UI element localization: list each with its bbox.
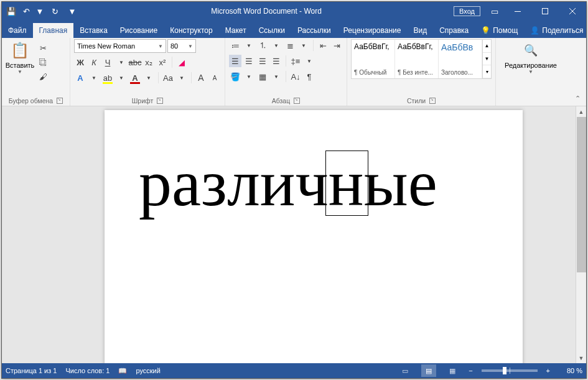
scroll-down-icon[interactable]: ▼ <box>576 353 586 363</box>
bold-button[interactable]: Ж <box>74 56 86 68</box>
tab-design[interactable]: Конструктор <box>164 23 218 38</box>
font-color-button[interactable]: A <box>129 72 141 84</box>
login-button[interactable]: Вход <box>454 6 480 16</box>
zoom-out-button[interactable]: − <box>469 367 472 374</box>
bulb-icon: 💡 <box>481 26 490 35</box>
italic-button[interactable]: К <box>88 56 100 68</box>
styles-down[interactable]: ▼ <box>483 53 491 66</box>
subscript-button[interactable]: x₂ <box>142 56 155 68</box>
show-marks-button[interactable]: ¶ <box>303 70 315 83</box>
increase-indent-button[interactable]: ⇥ <box>330 39 343 52</box>
scroll-up-icon[interactable]: ▲ <box>576 106 586 117</box>
tab-mailings[interactable]: Рассылки <box>291 23 337 38</box>
decrease-indent-button[interactable]: ⇤ <box>317 39 329 52</box>
scroll-thumb[interactable] <box>577 117 586 272</box>
align-right-button[interactable]: ☰ <box>256 55 269 67</box>
font-size-combo[interactable]: 80▼ <box>167 39 196 53</box>
copy-icon[interactable]: ⿻ <box>37 56 49 68</box>
svg-rect-1 <box>543 9 548 14</box>
font-color-dropdown[interactable]: ▼ <box>142 72 155 84</box>
style-heading1[interactable]: АаБбВв Заголово... <box>439 40 482 78</box>
group-editing: 🔍 Редактирование ▼ <box>496 38 566 106</box>
style-nospacing[interactable]: АаБбВвГг, ¶ Без инте... <box>395 40 439 78</box>
tab-file[interactable]: Файл <box>2 23 33 38</box>
bullets-button[interactable]: ≔ <box>229 39 241 52</box>
underline-dropdown[interactable]: ▼ <box>115 56 128 68</box>
tell-me[interactable]: 💡Помощ <box>475 23 524 38</box>
zoom-level[interactable]: 80 % <box>559 367 582 374</box>
text-effects-dropdown[interactable]: ▼ <box>88 72 100 84</box>
print-layout-icon[interactable]: ▤ <box>421 364 436 377</box>
shrink-font-button[interactable]: A <box>208 72 221 84</box>
grow-font-button[interactable]: A <box>195 72 207 84</box>
font-name-combo[interactable]: Times New Roman▼ <box>74 39 166 53</box>
superscript-button[interactable]: x² <box>156 56 169 68</box>
vertical-scrollbar[interactable]: ▲ ▼ <box>576 106 586 363</box>
styles-up[interactable]: ▲ <box>483 40 491 53</box>
change-case-dropdown[interactable]: ▼ <box>175 72 188 84</box>
maximize-button[interactable] <box>531 2 559 21</box>
tab-help[interactable]: Справка <box>433 23 475 38</box>
font-dialog[interactable] <box>157 98 163 104</box>
group-paragraph: ≔▼ ⒈▼ ≣▼ ⇤ ⇥ ☰ ☰ ☰ ☰ ‡≡▼ 🪣▼ ▦▼ <box>225 38 347 106</box>
language[interactable]: русский <box>136 367 160 374</box>
tab-view[interactable]: Вид <box>407 23 433 38</box>
qat-customize[interactable]: ▼ <box>65 4 79 18</box>
undo-dropdown[interactable]: ▼ <box>33 4 47 18</box>
zoom-slider[interactable] <box>482 369 538 372</box>
tab-review[interactable]: Рецензирование <box>337 23 408 38</box>
underline-button[interactable]: Ч <box>101 56 114 68</box>
collapse-ribbon-icon[interactable]: ⌃ <box>572 93 582 103</box>
multilevel-button[interactable]: ≣ <box>284 39 296 52</box>
numbering-button[interactable]: ⒈ <box>256 39 269 52</box>
spellcheck-icon[interactable]: 📖 <box>118 367 127 375</box>
document-area[interactable]: различные ▲ ▼ <box>2 106 586 363</box>
strikethrough-button[interactable]: abc <box>129 56 141 68</box>
style-normal[interactable]: АаБбВвГг, ¶ Обычный <box>352 40 395 78</box>
tab-draw[interactable]: Рисование <box>114 23 164 38</box>
highlight-dropdown[interactable]: ▼ <box>115 72 128 84</box>
tab-home[interactable]: Главная <box>33 23 74 38</box>
tab-layout[interactable]: Макет <box>219 23 253 38</box>
word-count[interactable]: Число слов: 1 <box>65 367 110 374</box>
highlight-button[interactable]: ab <box>101 72 114 84</box>
tab-references[interactable]: Ссылки <box>253 23 291 38</box>
close-button[interactable] <box>559 2 586 21</box>
styles-gallery[interactable]: АаБбВвГг, ¶ Обычный АаБбВвГг, ¶ Без инте… <box>351 39 492 79</box>
paste-button[interactable]: 📋 Вставить ▼ <box>6 39 34 76</box>
borders-button[interactable]: ▦ <box>256 70 269 83</box>
page-count[interactable]: Страница 1 из 1 <box>6 367 57 374</box>
web-layout-icon[interactable]: ▦ <box>445 364 460 377</box>
search-icon: 🔍 <box>521 40 541 60</box>
align-left-button[interactable]: ☰ <box>229 55 241 67</box>
line-spacing-button[interactable]: ‡≡ <box>289 55 302 67</box>
ribbon-options-icon[interactable]: ▭ <box>485 2 504 21</box>
align-center-button[interactable]: ☰ <box>243 55 255 67</box>
document-text[interactable]: различные <box>139 151 437 216</box>
redo-icon[interactable]: ↻ <box>48 4 62 18</box>
paragraph-dialog[interactable] <box>294 98 300 104</box>
sort-button[interactable]: A↓ <box>289 70 302 83</box>
justify-button[interactable]: ☰ <box>270 55 282 67</box>
tab-insert[interactable]: Вставка <box>73 23 114 38</box>
clipboard-dialog[interactable] <box>57 98 63 104</box>
styles-dialog[interactable] <box>429 98 436 104</box>
undo-icon[interactable]: ↶ <box>19 4 33 18</box>
shading-button[interactable]: 🪣 <box>229 70 241 83</box>
format-painter-icon[interactable]: 🖌 <box>37 70 49 83</box>
editing-button[interactable]: 🔍 Редактирование ▼ <box>500 39 562 76</box>
styles-more[interactable]: ▾ <box>483 65 491 78</box>
read-mode-icon[interactable]: ▭ <box>398 364 413 377</box>
clear-formatting-icon[interactable]: ◢ <box>175 56 188 68</box>
zoom-in-button[interactable]: + <box>546 367 550 374</box>
save-icon[interactable]: 💾 <box>4 4 18 18</box>
text-effects-button[interactable]: A <box>74 72 86 84</box>
clipboard-icon: 📋 <box>10 40 30 60</box>
page[interactable]: различные <box>105 110 523 363</box>
change-case-button[interactable]: Aa <box>162 72 174 84</box>
minimize-button[interactable] <box>504 2 531 21</box>
share-button[interactable]: 👤Поделиться <box>524 23 588 38</box>
window-title: Microsoft Word Document - Word <box>79 7 454 16</box>
cut-icon[interactable]: ✂ <box>37 42 49 54</box>
person-icon: 👤 <box>530 26 539 35</box>
